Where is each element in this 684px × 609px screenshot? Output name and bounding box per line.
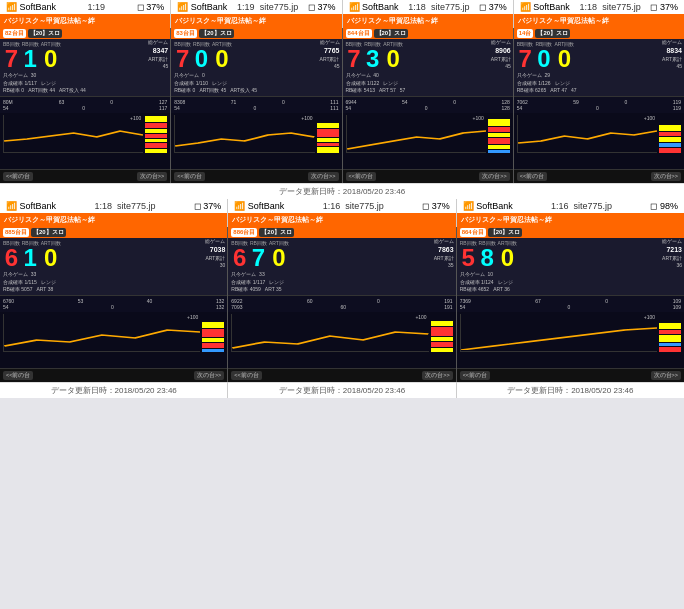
card-3-nav: <<前の台 次の台>> [343, 169, 513, 183]
card-4-rb-num: 0 [537, 47, 550, 71]
card-1-rb-rate: RB確率 0 [3, 87, 24, 95]
card-7-next-btn[interactable]: 次の台>> [651, 371, 681, 380]
status-bleft-1: 📶 SoftBank [6, 201, 56, 211]
card-1-art-count2: ART回数 44 [28, 87, 55, 95]
card-2-d2: 71 [231, 99, 237, 105]
card-6: 886台目 【20】スロ BB回数 6 RB回数 7 ART回数 0 [228, 227, 455, 382]
card-3-prev-btn[interactable]: <<前の台 [346, 172, 376, 181]
card-2-next-btn[interactable]: 次の台>> [308, 172, 338, 181]
status-bar-b3: 📶 SoftBank 1:16 site775.jp ◻ 98% [457, 199, 684, 213]
card-6-art-count2: ART 35 [265, 286, 282, 294]
card-3-d7: 128 [501, 105, 509, 111]
bar-3-1 [488, 119, 510, 126]
bar-4-2 [659, 132, 681, 136]
card-4-detail-row2: 54 0 119 [517, 105, 681, 111]
card-7-art-total-val: 36 [662, 262, 682, 269]
bar-4-4 [659, 143, 681, 147]
card-3-svg [347, 121, 486, 151]
card-5-range: レンジ [41, 279, 56, 287]
status-bar-b1: 📶 SoftBank 1:18 site775.jp ◻ 37% [0, 199, 227, 213]
bar-5-4 [202, 343, 224, 348]
card-3-stats: 只今ゲーム 40 合成確率 1/122 レンジ RB確率 5413 ART 57… [343, 71, 513, 96]
card-5-art-total-label: ART累計 [205, 255, 225, 262]
card-5-d3: 40 [147, 298, 153, 304]
app: 📶 SoftBank 1:19 ◻ 37% 📶 SoftBank 1:19 si… [0, 0, 684, 398]
card-2-d5: 54 [174, 105, 180, 111]
card-7-prev-btn[interactable]: <<前の台 [460, 371, 490, 380]
card-1-detail: 80M 63 0 127 54 0 117 [0, 96, 170, 113]
card-3-art-input: 57 [400, 87, 406, 95]
card-7: 864台目 【20】スロ RB回数 5 RB回数 8 ART回数 0 [457, 227, 684, 382]
card-2-bb-block: BB回数 7 [174, 41, 191, 71]
card-3-d3: 0 [453, 99, 456, 105]
card-1-art-block: ART回数 0 [41, 41, 61, 71]
card-4-next-btn[interactable]: 次の台>> [651, 172, 681, 181]
card-1-nav: <<前の台 次の台>> [0, 169, 170, 183]
card-1-only-game: 只今ゲーム 30 [3, 72, 167, 80]
page-title-1: バジリスク～甲賀忍法帖～絆 [0, 14, 170, 28]
card-6-next-btn[interactable]: 次の台>> [422, 371, 452, 380]
card-6-art-num: 0 [272, 246, 285, 270]
card-5-detail: 6760 53 40 132 54 0 132 [0, 295, 227, 312]
bar-5-2 [202, 329, 224, 337]
bar-2-2 [317, 129, 339, 137]
bar-3-4 [488, 138, 510, 144]
card-3-rb-num: 3 [366, 47, 379, 71]
card-2-chart: +100 [171, 113, 341, 170]
card-6-svg [232, 320, 428, 350]
card-3-header: 844台目 【20】スロ [343, 28, 513, 39]
card-2-type: 【20】スロ [199, 29, 234, 38]
card-3-d2: 54 [402, 99, 408, 105]
bar-4-3 [659, 137, 681, 142]
card-5-prev-btn[interactable]: <<前の台 [3, 371, 33, 380]
card-6-header: 886台目 【20】スロ [228, 227, 455, 238]
card-3-next-btn[interactable]: 次の台>> [479, 172, 509, 181]
card-5-next-btn[interactable]: 次の台>> [194, 371, 224, 380]
bar-3-2 [488, 127, 510, 132]
card-1-prev-btn[interactable]: <<前の台 [3, 172, 33, 181]
card-2-prev-btn[interactable]: <<前の台 [174, 172, 204, 181]
data-footer-b1: データ更新日時：2018/05/20 23:46 [0, 382, 227, 398]
status-bar-3: 📶 SoftBank 1:18 site775.jp ◻ 37% [343, 0, 513, 14]
data-footer-top-text: データ更新日時：2018/05/20 23:46 [279, 187, 405, 196]
card-6-bar-chart [431, 314, 453, 352]
bar-1-3 [145, 129, 167, 133]
card-3-bb-block: BB回数 7 [346, 41, 363, 71]
card-5-d2: 53 [78, 298, 84, 304]
status-bar-1: 📶 SoftBank 1:19 ◻ 37% [0, 0, 170, 14]
card-4-stats: 只今ゲーム 29 合成確率 1/126 レンジ RB確率 6265 ART 47… [514, 71, 684, 96]
card-6-art-total-val: 35 [434, 262, 454, 269]
card-5: 885台目 【20】スロ BB回数 6 RB回数 1 ART回数 0 [0, 227, 227, 382]
card-6-detail: 6922 60 0 191 7093 60 191 [228, 295, 455, 312]
card-6-rb-rate: RB確率 4059 [231, 286, 260, 294]
card-5-rates: 合成確率 1/115 レンジ [3, 279, 224, 287]
card-7-rb-rate: RB確率 4652 [460, 286, 489, 294]
card-1-total-val: 8347 [148, 46, 168, 56]
card-2-line-chart: +100 [174, 115, 314, 153]
card-3-line-chart: +100 [346, 115, 486, 153]
card-1-slot: 82台目 [3, 29, 26, 38]
card-6-rb-block: RB回数 7 [250, 240, 267, 270]
card-3: 844台目 【20】スロ BB回数 7 RB回数 3 ART回数 0 [343, 28, 513, 183]
card-7-only-game: 只今ゲーム 10 [460, 271, 681, 279]
card-1-art-input: ART投入 44 [59, 87, 86, 95]
card-4-line-chart: +100 [517, 115, 657, 153]
card-6-d6: 60 [341, 304, 347, 310]
bar-2-3 [317, 138, 339, 142]
status-right-2: ◻ 37% [308, 2, 336, 12]
card-4-prev-btn[interactable]: <<前の台 [517, 172, 547, 181]
card-1: 82台目 【20】スロ BB回数 7 RB回数 1 ART回数 0 [0, 28, 170, 183]
card-1-next-btn[interactable]: 次の台>> [137, 172, 167, 181]
card-1-range: レンジ [41, 80, 56, 88]
cards-grid-top: 82台目 【20】スロ BB回数 7 RB回数 1 ART回数 0 [0, 28, 684, 183]
bar-7-3 [659, 335, 681, 342]
status-bar-row-1: 📶 SoftBank 1:19 ◻ 37% 📶 SoftBank 1:19 si… [0, 0, 684, 14]
status-right-4: ◻ 37% [650, 2, 678, 12]
bar-7-1 [659, 323, 681, 329]
bar-5-1 [202, 322, 224, 328]
card-6-prev-btn[interactable]: <<前の台 [231, 371, 261, 380]
bar-6-1 [431, 321, 453, 326]
card-3-slot: 844台目 [346, 29, 372, 38]
status-bar-row-2: 📶 SoftBank 1:18 site775.jp ◻ 37% 📶 SoftB… [0, 199, 684, 213]
card-7-line-chart: +100 [460, 314, 657, 352]
